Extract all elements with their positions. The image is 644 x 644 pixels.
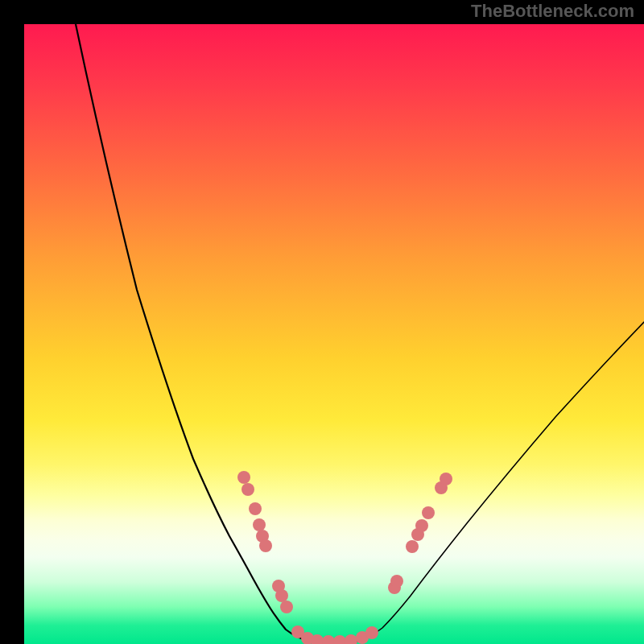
left-curve (76, 24, 330, 642)
marker-dot (280, 601, 293, 613)
marker-dot (415, 519, 428, 532)
marker-dot (237, 471, 250, 484)
marker-dot (259, 539, 272, 552)
right-curve (338, 322, 644, 642)
plot-area (24, 24, 644, 644)
marker-dot (275, 589, 288, 602)
marker-dot (422, 506, 435, 519)
marker-dot (253, 518, 266, 531)
marker-dot (242, 483, 254, 496)
chart-container: TheBottleneck.com (0, 0, 644, 644)
curve-layer (24, 24, 644, 644)
valley-markers-right (365, 473, 452, 639)
marker-dot (333, 635, 346, 644)
marker-dot (249, 502, 262, 515)
marker-dot (390, 575, 403, 588)
marker-dot (322, 635, 335, 644)
marker-dot (365, 626, 378, 639)
marker-dot (406, 540, 419, 553)
valley-markers-left (237, 471, 369, 644)
marker-dot (345, 634, 357, 644)
marker-dot (440, 473, 452, 485)
watermark-text: TheBottleneck.com (471, 1, 634, 22)
